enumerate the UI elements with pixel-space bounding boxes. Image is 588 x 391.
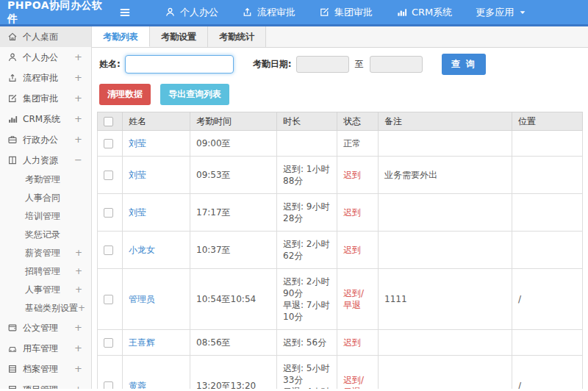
app-logo: PHPOA协同办公软件 bbox=[0, 0, 110, 26]
nav-item-group-approval[interactable]: 集团审批 bbox=[307, 0, 384, 26]
expander-minus-icon[interactable]: − bbox=[74, 150, 84, 171]
sidebar-subitem-training-management[interactable]: 培训管理 bbox=[0, 207, 91, 226]
table-row: 管理员10:54至10:54迟到: 2小时90分早退: 7小时10分迟到/早退1… bbox=[98, 269, 583, 330]
date-from-input[interactable] bbox=[296, 56, 349, 73]
attendance-table-wrap: 姓名考勤时间时长状态备注位置 刘莹09:00至正常刘莹09:53至迟到: 1小时… bbox=[92, 112, 588, 389]
expander-plus-icon[interactable]: + bbox=[75, 281, 84, 299]
sidebar-item-document-management[interactable]: 公文管理+ bbox=[0, 318, 91, 338]
date-to-input[interactable] bbox=[370, 56, 423, 73]
doc-icon bbox=[7, 323, 18, 333]
name-cell[interactable]: 刘莹 bbox=[123, 194, 190, 232]
sidebar-subitem-personnel-management[interactable]: 人事管理+ bbox=[0, 281, 91, 299]
sidebar-item-crm-system[interactable]: CRM系统+ bbox=[0, 109, 91, 129]
caret-down-icon bbox=[518, 8, 527, 17]
expander-plus-icon[interactable]: + bbox=[75, 262, 84, 281]
sidebar-item-group-approval[interactable]: 集团审批+ bbox=[0, 88, 91, 109]
row-checkbox[interactable] bbox=[104, 338, 113, 348]
sidebar-subitem-basic-category-settings[interactable]: 基础类别设置+ bbox=[0, 299, 91, 318]
table-row: 刘莹09:00至正常 bbox=[98, 131, 583, 157]
sidebar-item-human-resources[interactable]: 人力资源− bbox=[0, 150, 91, 171]
action-bar: 清理数据 导出查询列表 bbox=[92, 81, 588, 112]
expander-plus-icon[interactable]: + bbox=[74, 338, 84, 359]
sidebar-subitem-attendance-management[interactable]: 考勤管理 bbox=[0, 171, 91, 189]
nav-item-workflow-approval[interactable]: 流程审批 bbox=[230, 0, 307, 26]
expander-plus-icon[interactable]: + bbox=[74, 47, 84, 68]
search-button[interactable]: 查 询 bbox=[442, 54, 486, 75]
select-all-checkbox[interactable] bbox=[104, 117, 113, 126]
name-cell[interactable]: 刘莹 bbox=[123, 131, 190, 157]
sidebar-subitem-reward-punishment-records[interactable]: 奖惩记录 bbox=[0, 226, 91, 244]
row-checkbox[interactable] bbox=[104, 139, 113, 148]
status-cell: 迟到/早退 bbox=[337, 269, 379, 330]
table-body: 刘莹09:00至正常刘莹09:53至迟到: 1小时88分迟到业务需要外出刘莹17… bbox=[98, 131, 583, 390]
row-checkbox[interactable] bbox=[104, 381, 113, 389]
expander-plus-icon[interactable]: + bbox=[75, 244, 84, 262]
name-input[interactable] bbox=[125, 55, 234, 73]
sidebar-subitem-label: 人事管理 bbox=[25, 281, 75, 299]
time-cell: 10:54至10:54 bbox=[190, 269, 277, 330]
sidebar-item-admin-office[interactable]: 行政办公+ bbox=[0, 129, 91, 150]
hamburger-icon bbox=[118, 5, 132, 19]
tab-attendance-list[interactable]: 考勤列表 bbox=[92, 26, 150, 47]
sidebar-item-project-management[interactable]: 项目管理+ bbox=[0, 379, 91, 389]
menu-toggle-button[interactable] bbox=[110, 5, 140, 20]
sidebar-item-personal-office[interactable]: 个人办公+ bbox=[0, 47, 91, 68]
select-all-cell bbox=[98, 112, 123, 131]
duration-line: 迟到: 5小时33分 bbox=[283, 362, 331, 386]
sidebar-item-label: 个人办公 bbox=[23, 47, 74, 68]
expander-plus-icon[interactable]: + bbox=[74, 318, 84, 338]
row-checkbox[interactable] bbox=[104, 208, 113, 218]
name-cell[interactable]: 刘莹 bbox=[123, 157, 190, 194]
status-cell: 迟到 bbox=[337, 157, 379, 194]
row-checkbox[interactable] bbox=[104, 171, 113, 180]
nav-item-crm-system[interactable]: CRM系统 bbox=[384, 0, 464, 26]
date-to-label: 至 bbox=[355, 58, 364, 71]
name-cell[interactable]: 王喜辉 bbox=[123, 330, 190, 356]
name-cell[interactable]: 小龙女 bbox=[123, 232, 190, 269]
expander-plus-icon[interactable]: + bbox=[74, 109, 84, 129]
expander-plus-icon[interactable]: + bbox=[74, 88, 84, 109]
note-cell bbox=[379, 330, 512, 356]
tab-attendance-statistics[interactable]: 考勤统计 bbox=[208, 26, 266, 47]
filter-bar: 姓名: 考勤日期: 至 查 询 bbox=[92, 48, 588, 81]
row-checkbox[interactable] bbox=[104, 295, 113, 304]
edit-icon bbox=[7, 93, 18, 104]
expander-plus-icon[interactable]: + bbox=[74, 68, 84, 88]
share-icon bbox=[7, 73, 18, 83]
expander-plus-icon[interactable]: + bbox=[74, 359, 84, 379]
note-cell: 1111 bbox=[379, 269, 512, 330]
note-cell bbox=[379, 232, 512, 269]
briefcase-icon bbox=[7, 134, 18, 145]
nav-item-more-apps[interactable]: 更多应用 bbox=[464, 0, 539, 26]
duration-line: 早退: 4小时67分 bbox=[283, 386, 331, 389]
row-checkbox-cell bbox=[98, 194, 123, 232]
row-checkbox[interactable] bbox=[104, 245, 113, 255]
expander-plus-icon[interactable]: + bbox=[74, 379, 84, 389]
home-icon bbox=[7, 32, 18, 42]
column-header: 姓名 bbox=[123, 112, 190, 131]
expander-plus-icon[interactable]: + bbox=[74, 129, 84, 150]
sidebar-item-personal-desktop[interactable]: 个人桌面 bbox=[0, 26, 91, 47]
sidebar-subitem-salary-management[interactable]: 薪资管理+ bbox=[0, 244, 91, 262]
tab-attendance-settings[interactable]: 考勤设置 bbox=[150, 26, 208, 47]
sidebar-subitem-label: 基础类别设置 bbox=[25, 299, 78, 318]
nav-item-personal-office[interactable]: 个人办公 bbox=[153, 0, 230, 26]
sidebar-item-vehicle-management[interactable]: 用车管理+ bbox=[0, 338, 91, 359]
attendance-table: 姓名考勤时间时长状态备注位置 刘莹09:00至正常刘莹09:53至迟到: 1小时… bbox=[97, 112, 583, 389]
sidebar-item-archive-management[interactable]: 档案管理+ bbox=[0, 359, 91, 379]
name-cell[interactable]: 管理员 bbox=[123, 269, 190, 330]
table-row: 刘莹17:17至迟到: 9小时28分迟到 bbox=[98, 194, 583, 232]
sidebar-subitem-label: 招聘管理 bbox=[25, 262, 75, 281]
duration-line: 迟到: 2小时62分 bbox=[283, 238, 331, 262]
time-cell: 13:20至13:20 bbox=[190, 356, 277, 390]
main-content: 考勤列表考勤设置考勤统计 姓名: 考勤日期: 至 查 询 清理数据 导出查询列表 bbox=[92, 26, 588, 389]
chart-icon bbox=[396, 7, 407, 18]
sidebar-item-label: 公文管理 bbox=[23, 318, 74, 338]
sidebar-subitem-recruitment-management[interactable]: 招聘管理+ bbox=[0, 262, 91, 281]
export-list-button[interactable]: 导出查询列表 bbox=[160, 84, 229, 105]
sidebar-item-workflow-approval[interactable]: 流程审批+ bbox=[0, 68, 91, 88]
name-cell[interactable]: 黄蓉 bbox=[123, 356, 190, 390]
sidebar-subitem-personnel-contract[interactable]: 人事合同 bbox=[0, 189, 91, 207]
clean-data-button[interactable]: 清理数据 bbox=[99, 84, 151, 105]
expander-plus-icon[interactable]: + bbox=[78, 299, 87, 318]
